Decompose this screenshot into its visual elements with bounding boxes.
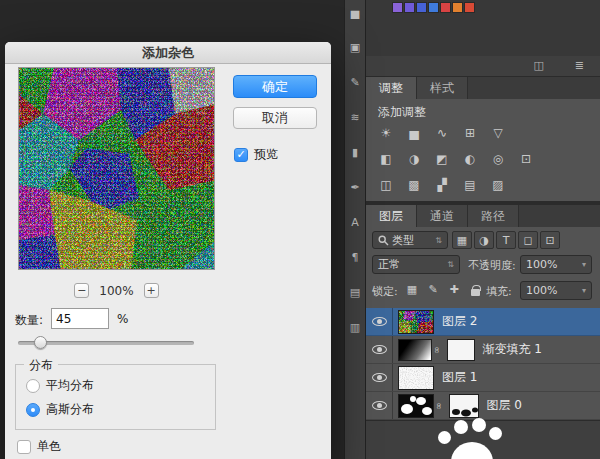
color-balance-icon[interactable]: ◑ xyxy=(402,149,426,169)
layer-thumbnail[interactable] xyxy=(398,394,434,418)
clone-source-panel-icon[interactable]: ▣ xyxy=(347,40,363,54)
hue-saturation-icon[interactable]: ◧ xyxy=(374,149,398,169)
color-swatch[interactable] xyxy=(464,2,475,13)
noise-preview-image[interactable] xyxy=(18,67,215,270)
distribution-legend: 分布 xyxy=(24,357,58,374)
gradient-map-icon[interactable]: ▤ xyxy=(458,175,482,195)
swatches-panel-icon[interactable]: ▮ xyxy=(347,145,363,159)
histogram-panel-icon[interactable]: ▅ xyxy=(347,5,363,19)
opacity-value: 100% xyxy=(526,258,557,271)
ok-button[interactable]: 确定 xyxy=(233,75,317,98)
collapse-to-icons-icon[interactable]: ◫ xyxy=(534,59,544,72)
tab-bar-filler xyxy=(519,205,600,227)
threshold-icon[interactable]: ▞ xyxy=(430,175,454,195)
curves-icon[interactable]: ∿ xyxy=(430,123,454,143)
channel-mixer-icon[interactable]: ◎ xyxy=(486,149,510,169)
styles-panel-icon[interactable]: ≋ xyxy=(347,110,363,124)
adjustment-icons-row-3: ◫ ▩ ▞ ▤ ▨ xyxy=(374,175,510,195)
tab-channels[interactable]: 通道 xyxy=(417,205,468,227)
layer-name: 渐变填充 1 xyxy=(483,341,542,358)
invert-icon[interactable]: ◫ xyxy=(374,175,398,195)
preview-checkbox[interactable]: ✓ xyxy=(234,148,248,162)
brightness-contrast-icon[interactable]: ☀ xyxy=(374,123,398,143)
selective-color-icon[interactable]: ▨ xyxy=(486,175,510,195)
layer-filter-buttons: ▦ ◑ T ◻ ⊡ xyxy=(452,231,560,249)
cancel-button[interactable]: 取消 xyxy=(233,107,317,129)
check-icon: ✓ xyxy=(236,149,245,160)
layer-name: 图层 1 xyxy=(442,369,477,386)
filter-shape-layers-icon[interactable]: ◻ xyxy=(518,231,538,249)
filter-pixel-layers-icon[interactable]: ▦ xyxy=(452,231,472,249)
tab-layers[interactable]: 图层 xyxy=(366,205,417,227)
preview-label: 预览 xyxy=(254,146,278,163)
color-swatch[interactable] xyxy=(440,2,451,13)
brush-panel-icon[interactable]: ✎ xyxy=(347,75,363,89)
adjustments-group-header: ◫ ≣ xyxy=(366,56,600,77)
layer-thumbnail[interactable] xyxy=(398,366,434,390)
lock-paint-icon[interactable]: ✎ xyxy=(425,281,441,297)
layer-visibility-eye-icon[interactable] xyxy=(372,373,387,382)
filter-smart-objects-icon[interactable]: ⊡ xyxy=(540,231,560,249)
color-lookup-icon[interactable]: ⊡ xyxy=(514,149,538,169)
lock-position-icon[interactable]: ✚ xyxy=(446,281,462,297)
lock-all-icon[interactable] xyxy=(467,281,483,297)
photo-filter-icon[interactable]: ◐ xyxy=(458,149,482,169)
filter-adjustment-layers-icon[interactable]: ◑ xyxy=(474,231,494,249)
posterize-icon[interactable]: ▩ xyxy=(402,175,426,195)
layer-thumbnail[interactable] xyxy=(398,310,434,334)
layer-comps-panel-icon[interactable]: ▤ xyxy=(347,285,363,299)
paths-panel-icon[interactable]: ✒ xyxy=(347,180,363,194)
search-icon xyxy=(378,235,389,246)
info-panel-icon[interactable]: ▥ xyxy=(347,320,363,334)
uniform-label: 平均分布 xyxy=(46,377,94,394)
layer-row-selected[interactable]: 图层 2 xyxy=(366,308,600,336)
vibrance-icon[interactable]: ▽ xyxy=(486,123,510,143)
filter-type-layers-icon[interactable]: T xyxy=(496,231,516,249)
color-swatch[interactable] xyxy=(404,2,415,13)
opacity-dropdown[interactable]: 100% ▾ xyxy=(520,255,592,274)
layer-name: 图层 2 xyxy=(442,313,477,330)
right-panel-column: ◫ ≣ 调整 样式 添加调整 ☀ ▅ ∿ ⊞ ▽ ◧ ◑ ◩ ◐ ◎ ⊡ xyxy=(366,0,600,459)
layer-visibility-eye-icon[interactable] xyxy=(372,401,387,410)
gaussian-label: 高斯分布 xyxy=(46,401,94,418)
gaussian-radio[interactable] xyxy=(26,403,40,417)
color-swatch[interactable] xyxy=(392,2,403,13)
lock-glyph xyxy=(471,289,480,296)
blend-mode-dropdown[interactable]: 正常 ⇅ xyxy=(372,255,460,274)
color-swatch[interactable] xyxy=(428,2,439,13)
paw-watermark xyxy=(436,417,514,459)
fill-dropdown[interactable]: 100% ▾ xyxy=(520,281,592,300)
tab-paths[interactable]: 路径 xyxy=(468,205,519,227)
monochromatic-option: 单色 xyxy=(17,438,61,455)
layer-visibility-eye-icon[interactable] xyxy=(372,345,387,354)
add-adjustment-label: 添加调整 xyxy=(378,104,426,121)
exposure-icon[interactable]: ⊞ xyxy=(458,123,482,143)
layer-filter-kind-dropdown[interactable]: 类型 ⇅ xyxy=(372,231,448,249)
layer-visibility-eye-icon[interactable] xyxy=(372,317,387,326)
color-swatch[interactable] xyxy=(452,2,463,13)
uniform-radio[interactable] xyxy=(26,379,40,393)
zoom-in-button[interactable]: + xyxy=(144,283,159,298)
amount-slider-track[interactable] xyxy=(18,341,194,345)
layer-mask-thumbnail[interactable] xyxy=(449,394,479,418)
amount-slider-knob[interactable] xyxy=(34,336,47,349)
black-white-icon[interactable]: ◩ xyxy=(430,149,454,169)
layer-row[interactable]: ∞ 图层 0 xyxy=(366,392,600,420)
tab-styles[interactable]: 样式 xyxy=(417,77,468,99)
monochromatic-checkbox[interactable] xyxy=(17,440,31,454)
lock-transparency-icon[interactable]: ▦ xyxy=(404,281,420,297)
swatches-row xyxy=(392,2,475,13)
panel-menu-icon[interactable]: ≣ xyxy=(575,59,584,72)
amount-input[interactable] xyxy=(51,308,109,329)
levels-icon[interactable]: ▅ xyxy=(402,123,426,143)
paragraph-panel-icon[interactable]: ¶ xyxy=(347,250,363,264)
zoom-out-button[interactable]: − xyxy=(74,283,89,298)
character-panel-icon[interactable]: A xyxy=(347,215,363,229)
gradient-fill-thumbnail[interactable] xyxy=(398,339,432,361)
layer-row[interactable]: 图层 1 xyxy=(366,364,600,392)
color-swatch[interactable] xyxy=(416,2,427,13)
dropdown-arrow-icon: ▾ xyxy=(578,286,586,295)
layer-row[interactable]: ∞ 渐变填充 1 xyxy=(366,336,600,364)
layer-mask-thumbnail[interactable] xyxy=(447,339,475,361)
tab-adjustments[interactable]: 调整 xyxy=(366,77,417,99)
